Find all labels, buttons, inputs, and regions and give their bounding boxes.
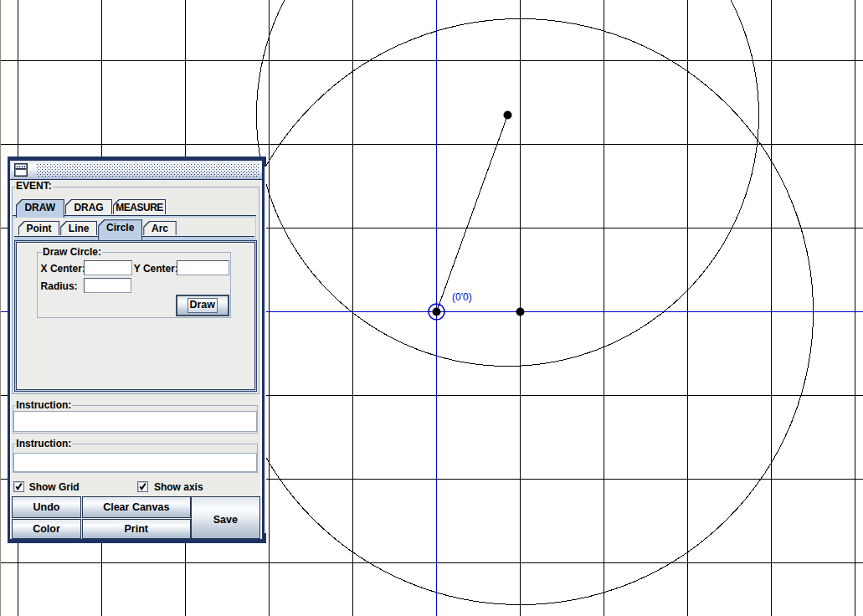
svg-text:(0'0): (0'0) (452, 291, 472, 303)
